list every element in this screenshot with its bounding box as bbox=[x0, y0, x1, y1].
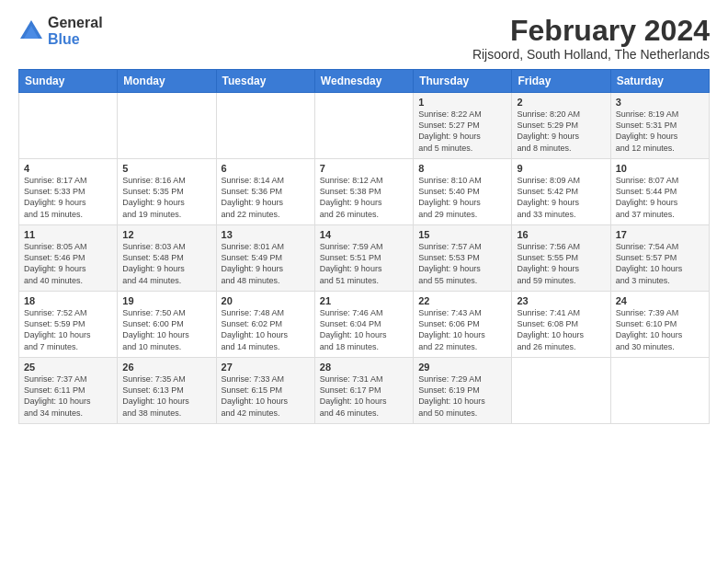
logo-icon bbox=[18, 18, 44, 44]
day-info: Sunrise: 8:19 AM Sunset: 5:31 PM Dayligh… bbox=[616, 109, 704, 154]
day-number: 19 bbox=[122, 295, 210, 306]
day-info: Sunrise: 7:56 AM Sunset: 5:55 PM Dayligh… bbox=[517, 241, 605, 286]
day-info: Sunrise: 8:10 AM Sunset: 5:40 PM Dayligh… bbox=[418, 175, 506, 220]
calendar-cell bbox=[512, 358, 610, 424]
day-number: 10 bbox=[616, 163, 704, 174]
calendar-cell bbox=[19, 93, 118, 159]
day-number: 5 bbox=[122, 163, 210, 174]
day-number: 7 bbox=[320, 163, 408, 174]
calendar-cell: 1Sunrise: 8:22 AM Sunset: 5:27 PM Daylig… bbox=[414, 93, 512, 159]
calendar-cell: 17Sunrise: 7:54 AM Sunset: 5:57 PM Dayli… bbox=[610, 225, 709, 292]
month-title: February 2024 bbox=[472, 15, 710, 47]
day-number: 26 bbox=[122, 362, 210, 373]
calendar-cell: 12Sunrise: 8:03 AM Sunset: 5:48 PM Dayli… bbox=[118, 225, 216, 292]
week-row-1: 1Sunrise: 8:22 AM Sunset: 5:27 PM Daylig… bbox=[19, 93, 710, 159]
calendar-cell: 28Sunrise: 7:31 AM Sunset: 6:17 PM Dayli… bbox=[314, 358, 413, 424]
week-row-5: 25Sunrise: 7:37 AM Sunset: 6:11 PM Dayli… bbox=[19, 358, 710, 424]
calendar-cell: 21Sunrise: 7:46 AM Sunset: 6:04 PM Dayli… bbox=[314, 292, 413, 358]
day-number: 24 bbox=[616, 295, 704, 306]
day-info: Sunrise: 8:12 AM Sunset: 5:38 PM Dayligh… bbox=[320, 175, 408, 220]
calendar-table: SundayMondayTuesdayWednesdayThursdayFrid… bbox=[18, 69, 710, 424]
day-number: 18 bbox=[24, 295, 112, 306]
calendar-cell: 3Sunrise: 8:19 AM Sunset: 5:31 PM Daylig… bbox=[610, 93, 709, 159]
day-number: 3 bbox=[616, 97, 704, 108]
calendar-cell bbox=[118, 93, 216, 159]
calendar-cell: 19Sunrise: 7:50 AM Sunset: 6:00 PM Dayli… bbox=[118, 292, 216, 358]
week-row-4: 18Sunrise: 7:52 AM Sunset: 5:59 PM Dayli… bbox=[19, 292, 710, 358]
calendar-cell: 15Sunrise: 7:57 AM Sunset: 5:53 PM Dayli… bbox=[414, 225, 512, 292]
day-number: 9 bbox=[517, 163, 605, 174]
day-info: Sunrise: 8:20 AM Sunset: 5:29 PM Dayligh… bbox=[517, 109, 605, 154]
day-info: Sunrise: 8:17 AM Sunset: 5:33 PM Dayligh… bbox=[24, 175, 112, 220]
day-info: Sunrise: 7:57 AM Sunset: 5:53 PM Dayligh… bbox=[418, 241, 506, 286]
day-number: 17 bbox=[616, 229, 704, 240]
day-info: Sunrise: 8:09 AM Sunset: 5:42 PM Dayligh… bbox=[517, 175, 605, 220]
calendar-cell: 6Sunrise: 8:14 AM Sunset: 5:36 PM Daylig… bbox=[216, 159, 314, 225]
location: Rijsoord, South Holland, The Netherlands bbox=[472, 47, 710, 62]
day-number: 15 bbox=[418, 229, 506, 240]
day-info: Sunrise: 8:14 AM Sunset: 5:36 PM Dayligh… bbox=[222, 175, 310, 220]
day-number: 16 bbox=[517, 229, 605, 240]
header-row: SundayMondayTuesdayWednesdayThursdayFrid… bbox=[19, 70, 710, 93]
header-day-wednesday: Wednesday bbox=[314, 70, 413, 93]
day-number: 28 bbox=[320, 362, 408, 373]
calendar-cell bbox=[216, 93, 314, 159]
calendar-cell: 8Sunrise: 8:10 AM Sunset: 5:40 PM Daylig… bbox=[414, 159, 512, 225]
header-day-thursday: Thursday bbox=[414, 70, 512, 93]
day-info: Sunrise: 7:37 AM Sunset: 6:11 PM Dayligh… bbox=[24, 373, 112, 419]
day-number: 22 bbox=[418, 295, 506, 306]
day-info: Sunrise: 8:16 AM Sunset: 5:35 PM Dayligh… bbox=[122, 175, 210, 220]
day-number: 29 bbox=[418, 362, 506, 373]
day-info: Sunrise: 7:29 AM Sunset: 6:19 PM Dayligh… bbox=[418, 373, 506, 419]
logo: General Blue bbox=[18, 15, 103, 47]
calendar-cell: 11Sunrise: 8:05 AM Sunset: 5:46 PM Dayli… bbox=[19, 225, 118, 292]
calendar-cell: 13Sunrise: 8:01 AM Sunset: 5:49 PM Dayli… bbox=[216, 225, 314, 292]
day-info: Sunrise: 7:52 AM Sunset: 5:59 PM Dayligh… bbox=[24, 307, 112, 352]
day-number: 13 bbox=[222, 229, 310, 240]
week-row-3: 11Sunrise: 8:05 AM Sunset: 5:46 PM Dayli… bbox=[19, 225, 710, 292]
day-number: 14 bbox=[320, 229, 408, 240]
day-number: 11 bbox=[24, 229, 112, 240]
day-info: Sunrise: 8:22 AM Sunset: 5:27 PM Dayligh… bbox=[418, 109, 506, 154]
day-number: 8 bbox=[418, 163, 506, 174]
day-number: 23 bbox=[517, 295, 605, 306]
day-info: Sunrise: 7:54 AM Sunset: 5:57 PM Dayligh… bbox=[616, 241, 704, 286]
day-info: Sunrise: 7:43 AM Sunset: 6:06 PM Dayligh… bbox=[418, 307, 506, 352]
calendar-cell: 24Sunrise: 7:39 AM Sunset: 6:10 PM Dayli… bbox=[610, 292, 709, 358]
header-day-tuesday: Tuesday bbox=[216, 70, 314, 93]
header-day-monday: Monday bbox=[118, 70, 216, 93]
day-info: Sunrise: 7:46 AM Sunset: 6:04 PM Dayligh… bbox=[320, 307, 408, 352]
calendar-cell: 10Sunrise: 8:07 AM Sunset: 5:44 PM Dayli… bbox=[610, 159, 709, 225]
calendar-cell bbox=[610, 358, 709, 424]
week-row-2: 4Sunrise: 8:17 AM Sunset: 5:33 PM Daylig… bbox=[19, 159, 710, 225]
day-number: 1 bbox=[418, 97, 506, 108]
calendar-cell: 25Sunrise: 7:37 AM Sunset: 6:11 PM Dayli… bbox=[19, 358, 118, 424]
day-info: Sunrise: 7:33 AM Sunset: 6:15 PM Dayligh… bbox=[222, 373, 310, 419]
calendar-cell: 2Sunrise: 8:20 AM Sunset: 5:29 PM Daylig… bbox=[512, 93, 610, 159]
calendar-cell: 22Sunrise: 7:43 AM Sunset: 6:06 PM Dayli… bbox=[414, 292, 512, 358]
day-info: Sunrise: 8:01 AM Sunset: 5:49 PM Dayligh… bbox=[222, 241, 310, 286]
day-info: Sunrise: 7:48 AM Sunset: 6:02 PM Dayligh… bbox=[222, 307, 310, 352]
header: General Blue February 2024 Rijsoord, Sou… bbox=[18, 15, 710, 62]
calendar-cell: 23Sunrise: 7:41 AM Sunset: 6:08 PM Dayli… bbox=[512, 292, 610, 358]
logo-general: General bbox=[48, 15, 103, 31]
calendar-cell: 16Sunrise: 7:56 AM Sunset: 5:55 PM Dayli… bbox=[512, 225, 610, 292]
calendar-cell: 20Sunrise: 7:48 AM Sunset: 6:02 PM Dayli… bbox=[216, 292, 314, 358]
header-day-saturday: Saturday bbox=[610, 70, 709, 93]
calendar-cell: 14Sunrise: 7:59 AM Sunset: 5:51 PM Dayli… bbox=[314, 225, 413, 292]
logo-blue: Blue bbox=[48, 31, 103, 48]
calendar-cell: 18Sunrise: 7:52 AM Sunset: 5:59 PM Dayli… bbox=[19, 292, 118, 358]
calendar-cell: 27Sunrise: 7:33 AM Sunset: 6:15 PM Dayli… bbox=[216, 358, 314, 424]
calendar-cell bbox=[314, 93, 413, 159]
calendar-cell: 5Sunrise: 8:16 AM Sunset: 5:35 PM Daylig… bbox=[118, 159, 216, 225]
day-info: Sunrise: 7:41 AM Sunset: 6:08 PM Dayligh… bbox=[517, 307, 605, 352]
day-info: Sunrise: 7:50 AM Sunset: 6:00 PM Dayligh… bbox=[122, 307, 210, 352]
day-number: 21 bbox=[320, 295, 408, 306]
day-info: Sunrise: 7:31 AM Sunset: 6:17 PM Dayligh… bbox=[320, 373, 408, 419]
day-info: Sunrise: 7:39 AM Sunset: 6:10 PM Dayligh… bbox=[616, 307, 704, 352]
day-info: Sunrise: 8:07 AM Sunset: 5:44 PM Dayligh… bbox=[616, 175, 704, 220]
day-number: 4 bbox=[24, 163, 112, 174]
day-number: 20 bbox=[222, 295, 310, 306]
day-info: Sunrise: 8:05 AM Sunset: 5:46 PM Dayligh… bbox=[24, 241, 112, 286]
calendar-cell: 29Sunrise: 7:29 AM Sunset: 6:19 PM Dayli… bbox=[414, 358, 512, 424]
